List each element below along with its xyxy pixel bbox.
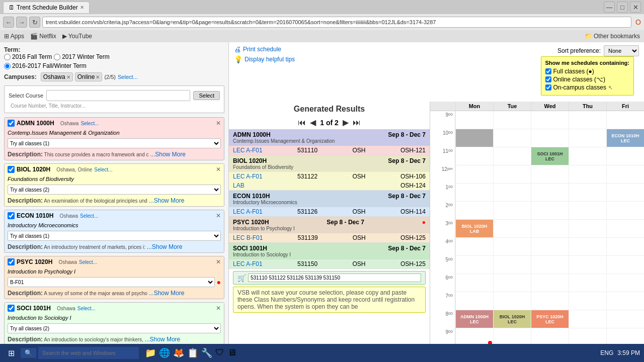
biol-lec-event-tue: BIOL 1020HLEC	[500, 314, 525, 324]
back-btn[interactable]: ←	[3, 17, 14, 28]
show-me-full: Full classes (●)	[545, 68, 629, 75]
course-econ-select[interactable]: Select...	[80, 213, 98, 219]
mon-slot-12	[456, 165, 493, 184]
close-btn[interactable]: ✕	[630, 2, 641, 13]
show-me-full-check[interactable]	[545, 68, 551, 74]
display-tips-link[interactable]: 💡 Display helpful tips	[234, 55, 295, 63]
course-admn-dropdown[interactable]: Try all classes (1)	[8, 138, 221, 148]
course-biol-checkbox[interactable]	[8, 166, 15, 173]
print-schedule-link[interactable]: 🖨 Print schedule	[234, 45, 295, 53]
tue-slot-9	[494, 111, 531, 129]
week-calendar: Mon Tue Wed Thu Fri 9 00 10 00 11 00	[430, 102, 644, 344]
econ-lec-type: LEC A-F01	[233, 208, 263, 215]
netflix-bookmark[interactable]: 🎬 Netflix	[30, 33, 56, 40]
biol-lab-type: LAB	[233, 182, 245, 189]
show-me-online-check[interactable]	[545, 76, 551, 82]
minimize-btn[interactable]: —	[604, 2, 615, 13]
taskbar-app4[interactable]: 📋	[187, 347, 198, 358]
course-psyc-dropdown[interactable]: B-F01	[8, 277, 215, 287]
taskbar-chrome[interactable]: 🌐	[159, 347, 170, 358]
taskbar-search[interactable]	[38, 347, 139, 359]
term-2016-2017-radio[interactable]	[4, 63, 11, 69]
thu-slot-10	[569, 129, 606, 147]
course-psyc-select[interactable]: Select...	[79, 259, 97, 265]
address-bar[interactable]	[42, 17, 631, 28]
course-econ-showmore[interactable]: ...Show More	[147, 243, 183, 250]
course-admn-checkbox[interactable]	[8, 120, 15, 127]
term-2017winter-radio[interactable]	[54, 54, 60, 60]
course-admn-showmore[interactable]: ...Show More	[150, 151, 186, 158]
course-card-admn: ADMN 1000H Oshawa Select... ✕ Contemp.Is…	[4, 117, 224, 160]
course-biol-showmore[interactable]: ...Show More	[149, 197, 185, 204]
course-soci-close[interactable]: ✕	[216, 305, 221, 312]
taskbar-app6[interactable]: 🛡	[215, 347, 224, 358]
thu-slot-2	[569, 202, 606, 220]
select-course-btn[interactable]: Select	[193, 91, 220, 100]
campus-online-remove[interactable]: ✕	[96, 74, 100, 80]
select-course-input[interactable]	[46, 90, 190, 101]
fri-slot-5	[607, 256, 644, 274]
psyc-lec-type: LEC B-F01	[233, 234, 263, 241]
taskbar-explorer[interactable]: 📁	[145, 347, 156, 358]
course-soci-dropdown[interactable]: Try all classes (2)	[8, 323, 221, 333]
course-econ-checkbox[interactable]	[8, 212, 15, 219]
page-prev-btn[interactable]: ◀	[310, 118, 316, 127]
course-soci-checkbox[interactable]	[8, 305, 15, 312]
page-last-btn[interactable]: ⏭	[353, 118, 361, 127]
biol-lec-row: LEC A-F01 531122 OSH OSH-106	[229, 172, 430, 181]
campus-select-link[interactable]: Select...	[118, 74, 138, 80]
wed-slot-6	[531, 274, 569, 292]
youtube-bookmark[interactable]: ▶ YouTube	[62, 33, 92, 40]
course-card-admn-left: ADMN 1000H Oshawa Select...	[8, 120, 99, 127]
course-biol-close[interactable]: ✕	[216, 166, 221, 173]
course-admn-select[interactable]: Select...	[80, 121, 99, 126]
page-first-btn[interactable]: ⏮	[298, 118, 306, 127]
forward-btn[interactable]: →	[16, 17, 27, 28]
other-bookmarks[interactable]: 📁 Other bookmarks	[585, 33, 640, 40]
econ-section-header: ECON 1010H Sep 8 - Dec 7 Introductory Mi…	[229, 191, 430, 207]
taskbar-app5[interactable]: 🔧	[201, 347, 212, 358]
course-card-biol-left: BIOL 1020H Oshawa, Online Select...	[8, 166, 112, 173]
campus-oshawa-remove[interactable]: ✕	[66, 74, 70, 80]
term-2017winter[interactable]: 2017 Winter Term	[54, 53, 109, 60]
psyc-lec-row: LEC B-F01 531139 OSH OSH-125	[229, 233, 430, 242]
cart-numbers-input[interactable]	[248, 274, 421, 282]
browser-tab[interactable]: 🗓 Trent Schedule Builder ✕	[3, 2, 90, 13]
term-2016-2017[interactable]: 2016-2017 Fall/Winter Term	[4, 62, 224, 69]
course-econ-dropdown[interactable]: Try all classes (1)	[8, 231, 221, 241]
term-2016fall[interactable]: 2016 Fall Term	[4, 53, 52, 60]
tue-slot-4	[494, 238, 531, 256]
apps-bookmark[interactable]: ⊞ Apps	[4, 33, 24, 40]
course-psyc-close[interactable]: ✕	[216, 258, 221, 265]
course-psyc-checkbox[interactable]	[8, 258, 15, 265]
taskbar-app7[interactable]: 🖥	[227, 347, 236, 358]
cal-day-mon: Mon	[455, 102, 493, 111]
biol-course-title: BIOL 1020H	[233, 157, 267, 164]
term-2016fall-radio[interactable]	[4, 54, 11, 60]
search-btn[interactable]: 🔍	[21, 348, 36, 358]
course-econ-name: Introductory Microeconomics	[5, 221, 224, 229]
course-econ-close[interactable]: ✕	[216, 212, 221, 219]
course-biol-dropdown[interactable]: Try all classes (2)	[8, 185, 221, 195]
red-dot	[488, 341, 492, 344]
maximize-btn[interactable]: □	[617, 2, 628, 13]
sort-select[interactable]: None By days By time	[604, 45, 639, 56]
course-biol-select[interactable]: Select...	[94, 167, 112, 172]
refresh-btn[interactable]: ↻	[29, 17, 40, 28]
course-psyc-campus: Oshawa	[58, 259, 77, 265]
show-me-oncampus-check[interactable]	[545, 84, 551, 90]
wed-slot-9b	[531, 328, 569, 344]
course-soci-select[interactable]: Select...	[77, 306, 96, 311]
term-section: Term: 2016 Fall Term 2017 Winter Term 20…	[4, 46, 224, 69]
taskbar-firefox[interactable]: 🦊	[173, 347, 184, 358]
thu-slot-12	[569, 165, 606, 184]
schedule-entry-biol: BIOL 1020H Sep 8 - Dec 7 Foundations of …	[229, 155, 430, 191]
start-btn[interactable]: ⊞	[4, 346, 19, 360]
course-psyc-showmore[interactable]: ...Show More	[149, 290, 185, 297]
course-soci-showmore[interactable]: ...Show More	[145, 336, 181, 343]
mon-slot-5	[456, 256, 493, 274]
tab-close-btn[interactable]: ✕	[80, 5, 84, 10]
thu-slot-9b	[569, 328, 606, 344]
course-admn-close[interactable]: ✕	[216, 120, 221, 127]
page-next-btn[interactable]: ▶	[343, 118, 349, 127]
